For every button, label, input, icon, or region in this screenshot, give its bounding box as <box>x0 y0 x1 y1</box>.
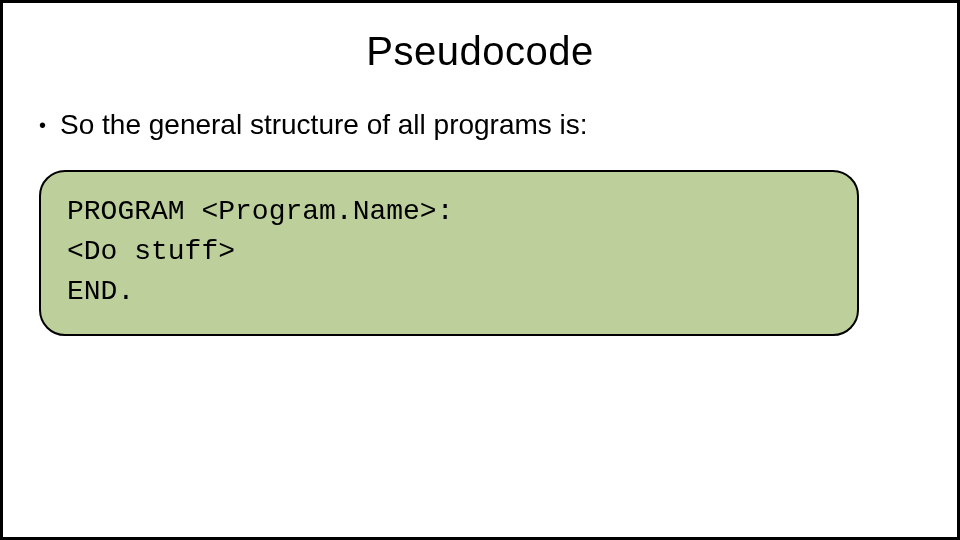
bullet-item: • So the general structure of all progra… <box>35 108 925 142</box>
code-line-3: END. <box>67 272 831 312</box>
slide-frame: Pseudocode • So the general structure of… <box>0 0 960 540</box>
slide-title: Pseudocode <box>35 29 925 74</box>
bullet-text: So the general structure of all programs… <box>60 108 588 142</box>
bullet-dot-icon: • <box>39 108 46 142</box>
code-line-1: PROGRAM <Program.Name>: <box>67 192 831 232</box>
pseudocode-box: PROGRAM <Program.Name>: <Do stuff> END. <box>39 170 859 336</box>
code-line-2: <Do stuff> <box>67 232 831 272</box>
